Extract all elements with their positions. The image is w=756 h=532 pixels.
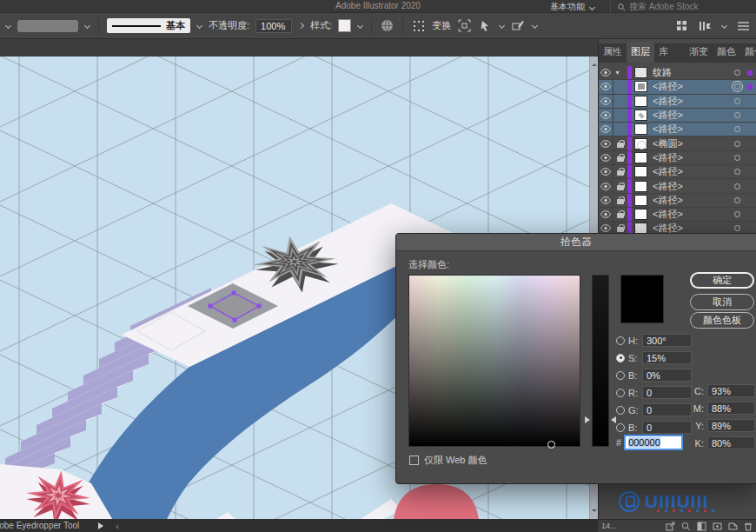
lock-cell[interactable] [613, 80, 627, 93]
layer-thumbnail[interactable] [634, 195, 647, 206]
ok-button[interactable]: 确定 [690, 272, 754, 289]
collect-for-export-icon[interactable] [666, 522, 675, 531]
layer-name[interactable]: <路径> [653, 208, 734, 221]
hue-radio[interactable] [616, 336, 625, 345]
locate-object-icon[interactable] [681, 522, 691, 531]
target-circle[interactable] [734, 141, 740, 147]
select-similar-chevron-icon[interactable] [499, 23, 505, 29]
opacity-expand-icon[interactable] [298, 23, 304, 29]
cyan-input[interactable]: 93% [707, 384, 755, 397]
visibility-toggle[interactable] [599, 194, 613, 207]
panel-tab-图层[interactable]: 图层 [627, 42, 654, 63]
layer-name[interactable]: <路径> [653, 123, 734, 136]
visibility-toggle[interactable] [599, 208, 613, 221]
layer-thumbnail[interactable] [634, 123, 647, 135]
layer-thumbnail[interactable] [634, 96, 647, 107]
lock-cell[interactable] [613, 123, 627, 136]
layer-name[interactable]: <路径> [653, 180, 734, 193]
expand-chevron-icon[interactable]: ▾ [616, 70, 625, 76]
color-swatches-button[interactable]: 颜色色板 [690, 312, 754, 329]
slider-left-arrow-icon[interactable] [585, 416, 594, 423]
scroll-up-icon[interactable] [592, 61, 597, 66]
target-circle[interactable] [734, 83, 740, 90]
layer-row[interactable]: <路径> [599, 179, 756, 193]
layer-row[interactable]: <路径> [599, 165, 756, 179]
target-circle[interactable] [734, 183, 740, 190]
visibility-toggle[interactable] [599, 66, 613, 79]
variable-width-field[interactable] [17, 20, 78, 32]
layer-thumbnail[interactable] [634, 209, 647, 220]
visibility-toggle[interactable] [599, 136, 613, 150]
panel-tab-颜色[interactable]: 颜色 [713, 42, 740, 63]
panel-tab-属性[interactable]: 属性 [599, 42, 627, 63]
style-swatch[interactable] [338, 19, 351, 32]
layer-row[interactable]: <路径> [599, 123, 756, 136]
panel-tab-库[interactable]: 库 [654, 42, 673, 63]
lock-cell[interactable] [613, 95, 627, 108]
layer-row[interactable]: ▾ 纹路 [599, 66, 756, 80]
web-only-checkbox[interactable] [409, 456, 419, 465]
dialog-title[interactable]: 拾色器 [396, 234, 756, 251]
status-play-icon[interactable] [98, 522, 107, 529]
yellow-input[interactable]: 89% [707, 419, 755, 432]
layer-thumbnail[interactable] [634, 110, 647, 121]
lock-cell[interactable] [613, 151, 627, 164]
layer-row[interactable]: <路径> [599, 194, 756, 208]
visibility-toggle[interactable] [599, 123, 613, 136]
red-input[interactable]: 0 [642, 386, 692, 399]
lock-cell[interactable] [613, 194, 627, 207]
layer-row[interactable]: <路径> [599, 151, 756, 165]
saturation-input[interactable]: 15% [642, 351, 692, 364]
width-dropdown-chevron-icon[interactable] [84, 23, 90, 29]
red-radio[interactable] [616, 389, 625, 397]
layer-thumbnail[interactable] [634, 81, 647, 92]
layer-thumbnail[interactable] [634, 67, 647, 78]
target-circle[interactable] [734, 225, 740, 231]
brush-definition-dropdown[interactable]: 基本 [107, 18, 190, 33]
style-dropdown-chevron-icon[interactable] [357, 23, 363, 29]
layer-name[interactable]: <路径> [653, 151, 734, 164]
layer-thumbnail[interactable] [634, 138, 647, 150]
workspace-switcher[interactable]: 基本功能 [550, 1, 595, 13]
layer-name[interactable]: <路径> [653, 95, 734, 108]
isolate-mode-icon[interactable] [511, 18, 526, 33]
panel-tab-颜色参[interactable]: 颜色参 [740, 42, 756, 63]
blue-input[interactable]: 0 [642, 421, 692, 434]
slider-right-arrow-icon[interactable] [607, 416, 616, 423]
color-field-marker[interactable] [547, 441, 555, 449]
target-circle[interactable] [734, 211, 740, 217]
recolor-artwork-icon[interactable] [380, 18, 395, 33]
brightness-radio[interactable] [616, 371, 625, 380]
layer-row[interactable]: <路径> [599, 208, 756, 222]
new-layer-icon[interactable] [728, 522, 738, 531]
hex-input[interactable]: 000000 [624, 435, 683, 450]
align-pixel-grid-icon[interactable] [411, 18, 426, 33]
stock-search-field[interactable]: 搜索 Adobe Stock [610, 1, 749, 13]
panel-tab-渐变[interactable]: 渐变 [685, 42, 713, 63]
lock-cell[interactable] [613, 208, 627, 221]
select-similar-icon[interactable] [478, 18, 493, 33]
target-circle[interactable] [734, 112, 740, 118]
lock-cell[interactable] [613, 136, 627, 150]
isolate-chevron-icon[interactable] [532, 23, 538, 29]
blue-radio[interactable] [616, 423, 625, 432]
lock-cell[interactable]: ▾ [613, 66, 627, 79]
scroll-down-icon[interactable] [592, 509, 597, 515]
brush-dropdown-chevron-icon[interactable] [196, 23, 202, 29]
target-circle[interactable] [734, 70, 740, 76]
layer-name[interactable]: <路径> [653, 109, 734, 122]
opacity-input[interactable]: 100% [255, 19, 292, 33]
document-layout-icon[interactable] [698, 18, 713, 33]
new-sublayer-icon[interactable] [713, 522, 722, 531]
bounding-box-icon[interactable] [457, 18, 472, 33]
lock-cell[interactable] [613, 165, 627, 178]
fill-dropdown-chevron-icon[interactable] [5, 23, 11, 29]
arrange-documents-icon[interactable] [674, 18, 689, 33]
make-mask-icon[interactable] [697, 522, 706, 531]
layer-row[interactable]: <路径> [599, 80, 756, 94]
layer-name[interactable]: 纹路 [653, 66, 734, 79]
delete-layer-icon[interactable] [744, 522, 753, 531]
visibility-toggle[interactable] [599, 151, 613, 164]
layer-name[interactable]: <路径> [653, 80, 734, 93]
layer-thumbnail[interactable] [634, 181, 647, 192]
